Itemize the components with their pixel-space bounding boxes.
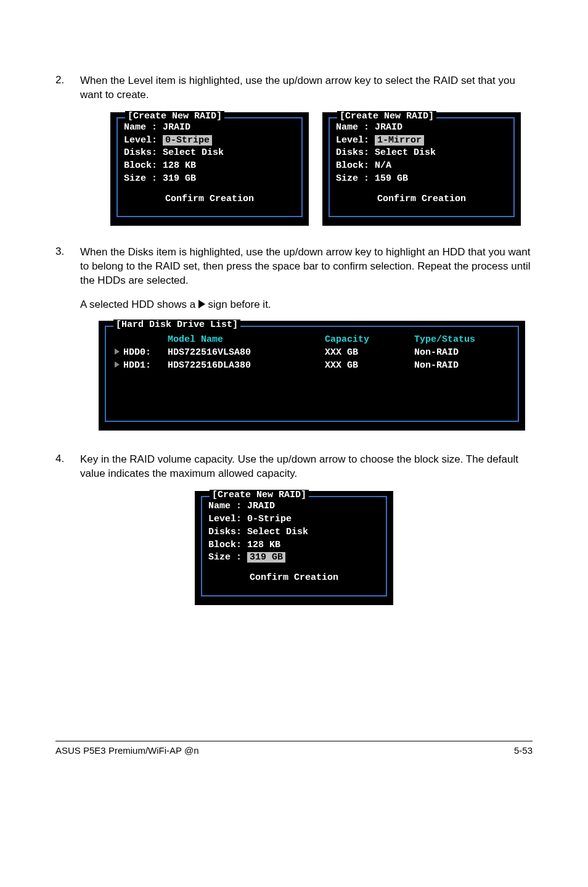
step-3-sub-post: sign before it. bbox=[205, 299, 271, 310]
step-3-num: 3. bbox=[55, 245, 80, 288]
panel-c-title: [Create New RAID] bbox=[210, 490, 309, 500]
panel-c-size-val[interactable]: 319 GB bbox=[247, 552, 285, 563]
panel-a-title: [Create New RAID] bbox=[125, 111, 224, 122]
step-2-num: 2. bbox=[55, 74, 80, 102]
panel-b-level-val[interactable]: 1-Mirror bbox=[375, 135, 424, 146]
panel-c-size-lbl: Size : bbox=[208, 552, 242, 563]
disk-list-header: Model Name Capacity Type/Status bbox=[112, 334, 512, 346]
triangle-icon bbox=[198, 300, 205, 308]
panel-c-confirm[interactable]: Confirm Creation bbox=[208, 572, 380, 584]
footer-left: ASUS P5E3 Premium/WiFi-AP @n bbox=[55, 745, 199, 756]
hdr-capacity: Capacity bbox=[325, 334, 414, 346]
panel-b-disks: Disks: Select Disk bbox=[336, 147, 507, 159]
step-3: 3. When the Disks item is highlighted, u… bbox=[55, 245, 533, 288]
panel-a-level: Level: 0-Stripe bbox=[124, 135, 295, 147]
panel-size: [Create New RAID] Name : JRAID Level: 0-… bbox=[195, 491, 393, 605]
panel-b-confirm[interactable]: Confirm Creation bbox=[336, 194, 507, 205]
disk-row[interactable]: HDD1: HDS722516DLA380 XXX GB Non-RAID bbox=[112, 360, 512, 372]
disk-row-cap: XXX GB bbox=[325, 360, 414, 372]
panel-b-size: Size : 159 GB bbox=[336, 173, 507, 185]
panel-b-block: Block: N/A bbox=[336, 160, 507, 172]
panel-c-level: Level: 0-Stripe bbox=[208, 514, 380, 526]
hdr-model: Model Name bbox=[168, 334, 325, 346]
panel-a-size: Size : 319 GB bbox=[124, 173, 295, 185]
step-3-subtext: A selected HDD shows a sign before it. bbox=[80, 298, 533, 312]
panel-b-name: Name : JRAID bbox=[336, 122, 507, 134]
panel-level-mirror: [Create New RAID] Name : JRAID Level: 1-… bbox=[322, 112, 521, 226]
panel-b-level-lbl: Level: bbox=[336, 135, 369, 146]
step-3-text: When the Disks item is highlighted, use … bbox=[80, 245, 533, 288]
panels-step2: [Create New RAID] Name : JRAID Level: 0-… bbox=[99, 112, 533, 226]
panel-c-name: Name : JRAID bbox=[208, 501, 380, 513]
step-2: 2. When the Level item is highlighted, u… bbox=[55, 74, 533, 102]
panel-c-size: Size : 319 GB bbox=[208, 552, 380, 564]
panel-c-disks: Disks: Select Disk bbox=[208, 527, 380, 538]
disk-row-id: HDD0: bbox=[123, 347, 151, 358]
disk-row-id: HDD1: bbox=[123, 360, 151, 371]
panel-a-name: Name : JRAID bbox=[124, 122, 295, 134]
disk-row-type: Non-RAID bbox=[414, 347, 512, 359]
panel-a-block: Block: 128 KB bbox=[124, 160, 295, 172]
step-3-sub-pre: A selected HDD shows a bbox=[80, 299, 198, 310]
disk-list-panel: [Hard Disk Drive List] Model Name Capaci… bbox=[99, 321, 525, 431]
hdr-type: Type/Status bbox=[414, 334, 512, 346]
panel-b-title: [Create New RAID] bbox=[337, 111, 436, 122]
selected-marker-icon bbox=[115, 349, 120, 355]
step-2-text: When the Level item is highlighted, use … bbox=[80, 74, 533, 102]
step-4: 4. Key in the RAID volume capacity. Use … bbox=[55, 453, 533, 481]
selected-marker-icon bbox=[115, 361, 120, 368]
panel-a-confirm[interactable]: Confirm Creation bbox=[124, 194, 295, 205]
step-4-num: 4. bbox=[55, 453, 80, 481]
disk-row-model: HDS722516VLSA80 bbox=[168, 347, 325, 359]
panel-a-disks: Disks: Select Disk bbox=[124, 147, 295, 159]
disk-row-model: HDS722516DLA380 bbox=[168, 360, 325, 372]
panel-level-stripe: [Create New RAID] Name : JRAID Level: 0-… bbox=[110, 112, 309, 226]
panel-a-level-lbl: Level: bbox=[124, 135, 157, 146]
page-footer: ASUS P5E3 Premium/WiFi-AP @n 5-53 bbox=[55, 741, 533, 756]
footer-right: 5-53 bbox=[514, 745, 533, 756]
panel-b-level: Level: 1-Mirror bbox=[336, 135, 507, 147]
disk-row[interactable]: HDD0: HDS722516VLSA80 XXX GB Non-RAID bbox=[112, 347, 512, 359]
disk-list-title: [Hard Disk Drive List] bbox=[113, 320, 240, 330]
panel-c-block: Block: 128 KB bbox=[208, 540, 380, 551]
disk-row-cap: XXX GB bbox=[325, 347, 414, 359]
step-4-text: Key in the RAID volume capacity. Use the… bbox=[80, 453, 533, 481]
disk-row-type: Non-RAID bbox=[414, 360, 512, 372]
panel-a-level-val[interactable]: 0-Stripe bbox=[163, 135, 212, 146]
